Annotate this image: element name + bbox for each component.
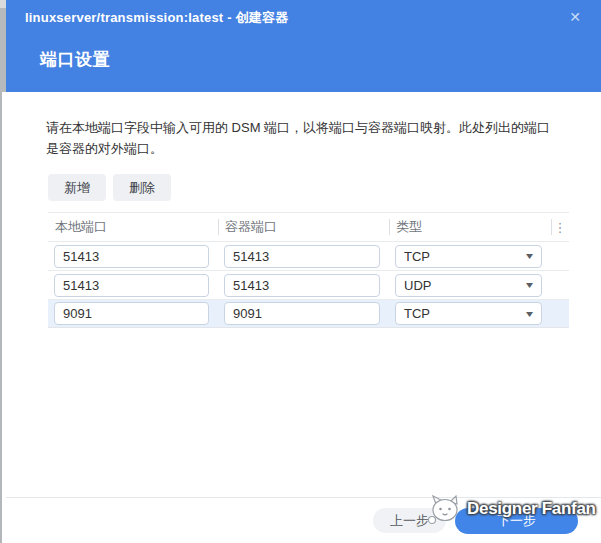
chevron-down-icon: ▾ (526, 251, 533, 261)
table-row[interactable]: TCP ▾ (48, 241, 569, 270)
page-title: 端口设置 (40, 48, 110, 71)
local-port-input[interactable] (54, 302, 209, 325)
chevron-down-icon: ▾ (526, 280, 533, 290)
table-row[interactable]: UDP ▾ (48, 270, 569, 299)
column-header-type[interactable]: 类型 (389, 213, 551, 241)
close-icon[interactable]: ✕ (565, 7, 585, 27)
container-port-input[interactable] (224, 302, 380, 325)
column-settings-icon[interactable]: ⋮ (554, 221, 567, 234)
screen: linuxserver/transmission:latest - 创建容器 ✕… (0, 0, 601, 543)
port-type-value: TCP (404, 249, 430, 264)
create-container-dialog: linuxserver/transmission:latest - 创建容器 ✕… (6, 0, 601, 543)
container-port-input[interactable] (224, 274, 380, 297)
add-button[interactable]: 新增 (48, 174, 106, 201)
next-button[interactable]: 下一步 (455, 508, 578, 534)
chevron-down-icon: ▾ (526, 309, 533, 319)
container-port-input[interactable] (224, 245, 380, 268)
port-table: 本地端口 容器端口 类型 ⋮ TCP (48, 212, 569, 328)
port-type-select[interactable]: UDP ▾ (395, 274, 542, 297)
port-type-value: TCP (404, 306, 430, 321)
table-row-selected[interactable]: TCP ▾ (48, 299, 569, 328)
column-header-container-port[interactable]: 容器端口 (218, 213, 389, 241)
dialog-title: linuxserver/transmission:latest - 创建容器 (25, 9, 288, 27)
port-toolbar: 新增 删除 (48, 174, 563, 201)
port-type-select[interactable]: TCP ▾ (395, 245, 542, 268)
dialog-content: 请在本地端口字段中输入可用的 DSM 端口，以将端口与容器端口映射。此处列出的端… (6, 92, 601, 497)
back-button[interactable]: 上一步 (373, 508, 446, 533)
local-port-input[interactable] (54, 245, 209, 268)
background-left-line (0, 92, 2, 543)
dialog-header: linuxserver/transmission:latest - 创建容器 ✕… (6, 0, 601, 92)
local-port-input[interactable] (54, 274, 209, 297)
port-type-select[interactable]: TCP ▾ (395, 302, 542, 325)
delete-button[interactable]: 删除 (113, 174, 171, 201)
port-type-value: UDP (404, 278, 431, 293)
column-header-local-port[interactable]: 本地端口 (48, 213, 218, 241)
instructions-text: 请在本地端口字段中输入可用的 DSM 端口，以将端口与容器端口映射。此处列出的端… (46, 117, 563, 159)
port-table-header: 本地端口 容器端口 类型 ⋮ (48, 213, 569, 241)
dialog-footer: 上一步 下一步 (6, 497, 601, 543)
